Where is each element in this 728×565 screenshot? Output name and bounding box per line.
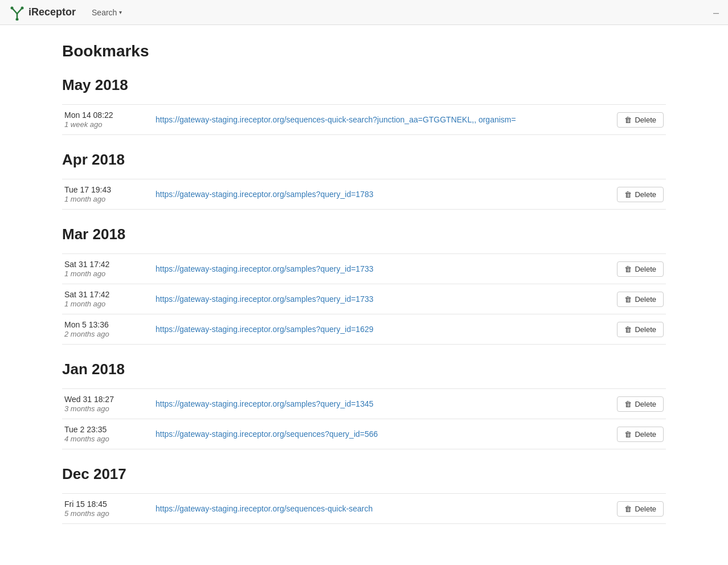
bookmark-url-col: https://gateway-staging.ireceptor.org/sa… (156, 190, 607, 199)
bookmark-date: Wed 31 18:27 (64, 395, 156, 404)
svg-point-5 (16, 18, 19, 21)
trash-icon: 🗑 (624, 430, 632, 439)
bookmark-url-col: https://gateway-staging.ireceptor.org/sa… (156, 325, 607, 334)
bookmark-relative-time: 1 month ago (64, 195, 105, 203)
bookmark-url-col: https://gateway-staging.ireceptor.org/se… (156, 115, 607, 124)
bookmark-url-link[interactable]: https://gateway-staging.ireceptor.org/se… (156, 504, 373, 513)
bookmark-date: Mon 5 13:36 (64, 320, 156, 329)
bookmark-relative-time: 1 month ago (64, 269, 105, 278)
logo-icon (9, 5, 25, 21)
list-item: Fri 15 18:455 months agohttps://gateway-… (62, 493, 666, 524)
bookmark-action-col: 🗑Delete (607, 187, 664, 202)
delete-label: Delete (635, 190, 656, 199)
bookmark-date: Fri 15 18:45 (64, 500, 156, 509)
bookmark-date-col: Wed 31 18:273 months ago (64, 395, 156, 413)
delete-button[interactable]: 🗑Delete (617, 261, 664, 277)
bookmark-action-col: 🗑Delete (607, 322, 664, 337)
bookmark-url-link[interactable]: https://gateway-staging.ireceptor.org/sa… (156, 325, 374, 334)
delete-label: Delete (635, 505, 656, 513)
list-item: Wed 31 18:273 months agohttps://gateway-… (62, 388, 666, 419)
month-section-0: May 2018Mon 14 08:221 week agohttps://ga… (62, 76, 666, 135)
bookmark-date-col: Tue 2 23:354 months ago (64, 425, 156, 443)
list-item: Tue 17 19:431 month agohttps://gateway-s… (62, 179, 666, 210)
page-title: Bookmarks (62, 42, 666, 60)
bookmark-relative-time: 5 months ago (64, 509, 109, 518)
month-heading-4: Dec 2017 (62, 465, 666, 486)
delete-button[interactable]: 🗑Delete (617, 187, 664, 202)
bookmark-date-col: Sat 31 17:421 month ago (64, 290, 156, 308)
list-item: Tue 2 23:354 months agohttps://gateway-s… (62, 419, 666, 449)
list-item: Mon 14 08:221 week agohttps://gateway-st… (62, 104, 666, 135)
delete-label: Delete (635, 325, 656, 334)
bookmark-date: Mon 14 08:22 (64, 110, 156, 120)
month-section-4: Dec 2017Fri 15 18:455 months agohttps://… (62, 465, 666, 524)
bookmark-date-col: Mon 14 08:221 week ago (64, 110, 156, 129)
delete-button[interactable]: 🗑Delete (617, 501, 664, 517)
bookmark-date-col: Fri 15 18:455 months ago (64, 500, 156, 518)
month-section-3: Jan 2018Wed 31 18:273 months agohttps://… (62, 361, 666, 449)
brand-logo[interactable]: iReceptor (9, 5, 76, 21)
bookmark-url-link[interactable]: https://gateway-staging.ireceptor.org/se… (156, 115, 516, 124)
bookmark-url-col: https://gateway-staging.ireceptor.org/sa… (156, 294, 607, 304)
trash-icon: 🗑 (624, 295, 632, 304)
bookmark-relative-time: 3 months ago (64, 404, 109, 413)
month-heading-1: Apr 2018 (62, 151, 666, 172)
delete-button[interactable]: 🗑Delete (617, 427, 664, 442)
bookmark-date-col: Tue 17 19:431 month ago (64, 185, 156, 203)
search-label: Search (92, 8, 117, 17)
search-caret-icon: ▾ (119, 9, 122, 15)
bookmark-date: Tue 2 23:35 (64, 425, 156, 434)
trash-icon: 🗑 (624, 505, 632, 513)
bookmark-date-col: Mon 5 13:362 months ago (64, 320, 156, 338)
bookmark-url-link[interactable]: https://gateway-staging.ireceptor.org/sa… (156, 294, 374, 304)
bookmark-relative-time: 4 months ago (64, 435, 109, 443)
brand-name: iReceptor (28, 6, 76, 18)
navbar: iReceptor Search ▾ – (0, 0, 728, 25)
list-item: Sat 31 17:421 month agohttps://gateway-s… (62, 284, 666, 314)
bookmark-date: Sat 31 17:42 (64, 290, 156, 299)
list-item: Sat 31 17:421 month agohttps://gateway-s… (62, 253, 666, 284)
bookmarks-sections: May 2018Mon 14 08:221 week agohttps://ga… (62, 76, 666, 524)
bookmark-relative-time: 1 week ago (64, 120, 103, 129)
month-section-1: Apr 2018Tue 17 19:431 month agohttps://g… (62, 151, 666, 210)
bookmark-action-col: 🗑Delete (607, 261, 664, 277)
search-dropdown[interactable]: Search ▾ (87, 6, 126, 19)
delete-label: Delete (635, 295, 656, 304)
month-heading-2: Mar 2018 (62, 226, 666, 247)
minimize-button[interactable]: – (713, 7, 719, 18)
bookmark-url-col: https://gateway-staging.ireceptor.org/sa… (156, 399, 607, 408)
bookmark-action-col: 🗑Delete (607, 112, 664, 128)
bookmark-relative-time: 1 month ago (64, 300, 105, 308)
bookmark-date-col: Sat 31 17:421 month ago (64, 260, 156, 278)
bookmark-url-col: https://gateway-staging.ireceptor.org/sa… (156, 264, 607, 273)
svg-point-3 (11, 6, 14, 9)
list-item: Mon 5 13:362 months agohttps://gateway-s… (62, 314, 666, 345)
bookmark-url-col: https://gateway-staging.ireceptor.org/se… (156, 504, 607, 513)
bookmark-url-link[interactable]: https://gateway-staging.ireceptor.org/sa… (156, 190, 374, 199)
svg-point-4 (21, 6, 24, 9)
bookmark-action-col: 🗑Delete (607, 396, 664, 412)
bookmark-date: Tue 17 19:43 (64, 185, 156, 194)
bookmark-action-col: 🗑Delete (607, 292, 664, 307)
delete-button[interactable]: 🗑Delete (617, 396, 664, 412)
bookmark-url-col: https://gateway-staging.ireceptor.org/se… (156, 429, 607, 439)
delete-label: Delete (635, 116, 656, 124)
month-section-2: Mar 2018Sat 31 17:421 month agohttps://g… (62, 226, 666, 345)
delete-button[interactable]: 🗑Delete (617, 112, 664, 128)
delete-label: Delete (635, 400, 656, 408)
trash-icon: 🗑 (624, 265, 632, 273)
delete-label: Delete (635, 265, 656, 273)
month-heading-0: May 2018 (62, 76, 666, 97)
bookmark-url-link[interactable]: https://gateway-staging.ireceptor.org/sa… (156, 399, 374, 408)
bookmark-url-link[interactable]: https://gateway-staging.ireceptor.org/se… (156, 429, 378, 439)
delete-label: Delete (635, 430, 656, 439)
month-heading-3: Jan 2018 (62, 361, 666, 382)
bookmark-url-link[interactable]: https://gateway-staging.ireceptor.org/sa… (156, 264, 374, 273)
bookmark-relative-time: 2 months ago (64, 330, 109, 338)
bookmark-action-col: 🗑Delete (607, 427, 664, 442)
trash-icon: 🗑 (624, 190, 632, 199)
delete-button[interactable]: 🗑Delete (617, 322, 664, 337)
bookmark-action-col: 🗑Delete (607, 501, 664, 517)
trash-icon: 🗑 (624, 325, 632, 334)
delete-button[interactable]: 🗑Delete (617, 292, 664, 307)
